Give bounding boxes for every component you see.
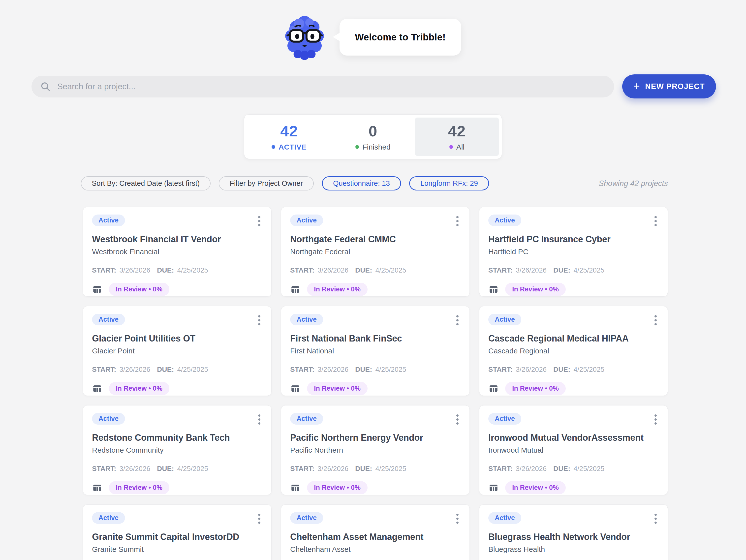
- card-top: Active: [92, 314, 262, 327]
- project-grid: Active Westbrook Financial IT Vendor Wes…: [83, 207, 668, 560]
- kebab-menu-icon[interactable]: [256, 512, 262, 525]
- project-card[interactable]: Active Ironwood Mutual VendorAssessment …: [479, 405, 668, 495]
- project-card[interactable]: Active First National Bank FinSec First …: [281, 306, 470, 396]
- kebab-menu-icon[interactable]: [653, 512, 659, 525]
- project-dates: START: 3/26/2026 DUE: 4/25/2025: [488, 267, 659, 274]
- project-company: First National: [290, 347, 461, 355]
- due-label: DUE:: [157, 366, 174, 373]
- filter-owner-button[interactable]: Filter by Project Owner: [219, 176, 314, 191]
- filter-questionnaire-button[interactable]: Questionnaire: 13: [322, 176, 401, 191]
- due-label: DUE:: [355, 366, 372, 373]
- project-card[interactable]: Active Cheltenham Asset Management Chelt…: [281, 504, 470, 560]
- card-top: Active: [488, 314, 659, 327]
- project-company: Bluegrass Health: [488, 545, 659, 554]
- due-label: DUE:: [355, 267, 372, 274]
- tribble-mascot-icon: [285, 14, 324, 60]
- active-dot-icon: [271, 145, 275, 149]
- review-status-pill: In Review • 0%: [109, 382, 169, 395]
- card-top: Active: [488, 512, 659, 525]
- project-title: Cheltenham Asset Management: [290, 532, 461, 542]
- kebab-menu-icon[interactable]: [653, 314, 659, 327]
- table-icon: [290, 284, 300, 295]
- due-label: DUE:: [553, 267, 570, 274]
- status-badge: Active: [92, 512, 125, 524]
- kebab-menu-icon[interactable]: [256, 314, 262, 327]
- due-date: 4/25/2025: [177, 465, 208, 473]
- stat-active[interactable]: 42 ACTIVE: [247, 117, 331, 156]
- project-dates: START: 3/26/2026 DUE: 4/25/2025: [92, 267, 262, 274]
- project-dates: START: 3/26/2026 DUE: 4/25/2025: [488, 366, 659, 373]
- card-bottom: In Review • 0%: [290, 283, 461, 296]
- table-icon: [488, 384, 499, 394]
- due-label: DUE:: [157, 465, 174, 473]
- kebab-menu-icon[interactable]: [454, 413, 461, 426]
- card-bottom: In Review • 0%: [488, 283, 659, 296]
- project-company: Pacific Northern: [290, 446, 461, 454]
- kebab-menu-icon[interactable]: [454, 215, 461, 228]
- start-label: START:: [92, 465, 116, 473]
- card-bottom: In Review • 0%: [92, 382, 262, 395]
- card-bottom: In Review • 0%: [488, 382, 659, 395]
- project-company: Cheltenham Asset: [290, 545, 461, 554]
- welcome-message: Welcome to Tribble!: [355, 32, 446, 43]
- status-badge: Active: [488, 512, 521, 524]
- kebab-menu-icon[interactable]: [653, 215, 659, 228]
- status-badge: Active: [290, 512, 323, 524]
- due-date: 4/25/2025: [177, 366, 208, 373]
- filter-longform-rfx-button[interactable]: Longform RFx: 29: [409, 176, 489, 191]
- sort-by-button[interactable]: Sort By: Created Date (latest first): [81, 176, 210, 191]
- project-card[interactable]: Active Pacific Northern Energy Vendor Pa…: [281, 405, 470, 495]
- welcome-speech-bubble: Welcome to Tribble!: [340, 19, 461, 56]
- start-label: START:: [290, 267, 314, 274]
- filter-row: Sort By: Created Date (latest first) Fil…: [81, 176, 668, 191]
- card-bottom: In Review • 0%: [92, 481, 262, 494]
- review-status-pill: In Review • 0%: [307, 382, 368, 395]
- card-top: Active: [290, 314, 461, 327]
- search-input[interactable]: [57, 82, 606, 91]
- project-card[interactable]: Active Redstone Community Bank Tech Reds…: [83, 405, 271, 495]
- project-card[interactable]: Active Granite Summit Capital InvestorDD…: [83, 504, 271, 560]
- due-label: DUE:: [157, 267, 174, 274]
- stat-active-label: ACTIVE: [271, 143, 307, 151]
- project-card[interactable]: Active Hartfield PC Insurance Cyber Hart…: [479, 207, 668, 297]
- review-status-pill: In Review • 0%: [505, 283, 566, 296]
- kebab-menu-icon[interactable]: [454, 314, 461, 327]
- start-date: 3/26/2026: [317, 465, 348, 473]
- stat-finished[interactable]: 0 Finished: [331, 117, 415, 156]
- kebab-menu-icon[interactable]: [256, 413, 262, 426]
- project-dates: START: 3/26/2026 DUE: 4/25/2025: [290, 267, 461, 274]
- project-company: Hartfield PC: [488, 248, 659, 256]
- project-card[interactable]: Active Westbrook Financial IT Vendor Wes…: [83, 207, 271, 297]
- due-label: DUE:: [355, 465, 372, 473]
- project-card[interactable]: Active Bluegrass Health Network Vendor B…: [479, 504, 668, 560]
- project-card[interactable]: Active Northgate Federal CMMC Northgate …: [281, 207, 470, 297]
- search-box[interactable]: [31, 76, 614, 97]
- project-company: Northgate Federal: [290, 248, 461, 256]
- start-date: 3/26/2026: [516, 267, 547, 274]
- new-project-button[interactable]: + NEW PROJECT: [622, 75, 716, 99]
- table-icon: [92, 284, 103, 295]
- status-badge: Active: [92, 413, 125, 425]
- project-card[interactable]: Active Glacier Point Utilities OT Glacie…: [83, 306, 271, 396]
- kebab-menu-icon[interactable]: [256, 215, 262, 228]
- project-title: Bluegrass Health Network Vendor: [488, 532, 659, 542]
- kebab-menu-icon[interactable]: [653, 413, 659, 426]
- table-icon: [92, 483, 103, 493]
- stat-all[interactable]: 42 All: [415, 117, 499, 156]
- start-date: 3/26/2026: [119, 267, 150, 274]
- due-date: 4/25/2025: [574, 465, 605, 473]
- review-status-pill: In Review • 0%: [505, 382, 566, 395]
- stat-finished-label: Finished: [355, 143, 390, 151]
- status-badge: Active: [290, 215, 323, 226]
- projects-dashboard: Welcome to Tribble! + NEW PROJECT 42 ACT…: [0, 0, 746, 560]
- due-date: 4/25/2025: [574, 366, 605, 373]
- project-card[interactable]: Active Cascade Regional Medical HIPAA Ca…: [479, 306, 668, 396]
- project-dates: START: 3/26/2026 DUE: 4/25/2025: [92, 465, 262, 473]
- project-company: Westbrook Financial: [92, 248, 262, 256]
- review-status-pill: In Review • 0%: [307, 283, 368, 296]
- card-top: Active: [290, 413, 461, 426]
- stat-all-label: All: [449, 143, 464, 151]
- project-title: Pacific Northern Energy Vendor: [290, 432, 461, 443]
- review-status-pill: In Review • 0%: [505, 481, 566, 494]
- kebab-menu-icon[interactable]: [454, 512, 461, 525]
